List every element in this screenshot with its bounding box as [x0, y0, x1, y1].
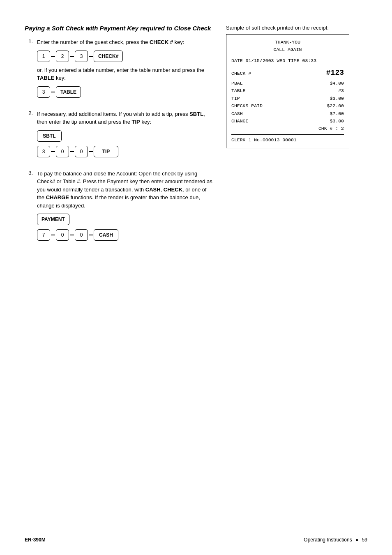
step-1-number: 1. [25, 38, 37, 44]
receipt-change-value: $3.00 [330, 117, 344, 125]
key-1[interactable]: 1 [37, 51, 50, 62]
key-3[interactable]: 3 [75, 51, 88, 62]
key-7[interactable]: 7 [37, 229, 50, 241]
receipt-check-label: CHECK # [231, 70, 251, 77]
receipt-tip-label: TIP [231, 95, 240, 102]
sep [51, 151, 55, 152]
key-3b[interactable]: 3 [37, 86, 50, 98]
key-row-sbtl: SBTL [37, 130, 214, 142]
step-3: 3. To pay the balance and close the Acco… [25, 170, 214, 245]
receipt-thankyou: THANK-YOU [231, 39, 344, 46]
step-1-text: Enter the number of the guest check, pre… [37, 38, 214, 46]
step-1-extra-text: or, if you entered a table number, enter… [37, 66, 214, 82]
receipt-clerk-line: CLERK 1 No.000013 00001 [231, 136, 344, 144]
receipt-label: Sample of soft check printed on the rece… [226, 25, 349, 31]
step-3-number: 3. [25, 170, 37, 176]
right-column: Sample of soft check printed on the rece… [226, 25, 349, 253]
key-row-tip: 3 0 0 TIP [37, 146, 214, 157]
content-area: Paying a Soft Check with Payment Key req… [25, 25, 367, 253]
receipt-divider [231, 134, 344, 135]
step-1: 1. Enter the number of the guest check, … [25, 38, 214, 102]
key-0c[interactable]: 0 [56, 229, 69, 241]
sep [70, 151, 74, 152]
key-0b[interactable]: 0 [75, 146, 88, 157]
footer-instructions-label: Operating Instructions [304, 537, 352, 543]
receipt-cash-value: $7.00 [330, 110, 344, 117]
step-2: 2. If necessary, add additional items. I… [25, 110, 214, 161]
receipt-change-label: CHANGE [231, 117, 248, 125]
step-3-content: To pay the balance and close the Account… [37, 170, 214, 245]
receipt-table-value: #3 [338, 87, 344, 94]
sep [70, 56, 74, 57]
receipt-checks-paid-value: $22.00 [327, 102, 344, 110]
key-cash[interactable]: CASH [94, 229, 118, 241]
key-tip[interactable]: TIP [94, 146, 118, 157]
key-row-payment: PAYMENT [37, 214, 214, 225]
key-3c[interactable]: 3 [37, 146, 50, 157]
step-2-number: 2. [25, 110, 37, 116]
step-1-content: Enter the number of the guest check, pre… [37, 38, 214, 102]
receipt-pbal-value: $4.00 [330, 80, 344, 87]
receipt-chk-line: CHK # : 2 [318, 125, 344, 132]
footer-model: ER-390M [25, 537, 46, 543]
receipt-date: DATE 01/15/2003 WED TIME 08:33 [231, 57, 344, 64]
left-column: Paying a Soft Check with Payment Key req… [25, 25, 214, 253]
page: Paying a Soft Check with Payment Key req… [0, 0, 392, 555]
receipt-tip-value: $3.00 [330, 95, 344, 102]
footer-page-num: 59 [362, 537, 367, 543]
sep [51, 92, 55, 92]
key-row-table: 3 TABLE [37, 86, 214, 98]
receipt-header: THANK-YOU CALL AGAIN [231, 39, 344, 54]
receipt-table-label: TABLE [231, 87, 246, 94]
key-row-cash: 7 0 0 CASH [37, 229, 214, 241]
sep [89, 56, 93, 57]
key-0d[interactable]: 0 [75, 229, 88, 241]
footer-right: Operating Instructions ● 59 [304, 537, 367, 543]
key-2[interactable]: 2 [56, 51, 69, 62]
receipt-pbal-label: PBAL [231, 80, 243, 87]
step-3-text: To pay the balance and close the Account… [37, 170, 214, 210]
sep [89, 151, 93, 152]
receipt-checks-paid-label: CHECKS PAID [231, 102, 263, 110]
section-title: Paying a Soft Check with Payment Key req… [25, 25, 214, 32]
receipt-check-num: #123 [326, 67, 344, 79]
footer-bullet: ● [355, 537, 358, 543]
step-2-content: If necessary, add additional items. If y… [37, 110, 214, 161]
sep [51, 56, 55, 57]
sep [51, 235, 55, 235]
key-table[interactable]: TABLE [56, 86, 81, 98]
receipt-box: THANK-YOU CALL AGAIN DATE 01/15/2003 WED… [226, 34, 349, 148]
key-0a[interactable]: 0 [56, 146, 69, 157]
key-sbtl[interactable]: SBTL [37, 130, 62, 142]
key-checknum[interactable]: CHECK# [94, 51, 123, 62]
receipt-cash-label: CASH [231, 110, 243, 117]
footer: ER-390M Operating Instructions ● 59 [25, 537, 367, 543]
key-row-check: 1 2 3 CHECK# [37, 51, 214, 62]
receipt-callagain: CALL AGAIN [231, 46, 344, 53]
step-2-text: If necessary, add additional items. If y… [37, 110, 214, 126]
sep [70, 235, 74, 235]
key-payment[interactable]: PAYMENT [37, 214, 69, 225]
sep [89, 235, 93, 235]
